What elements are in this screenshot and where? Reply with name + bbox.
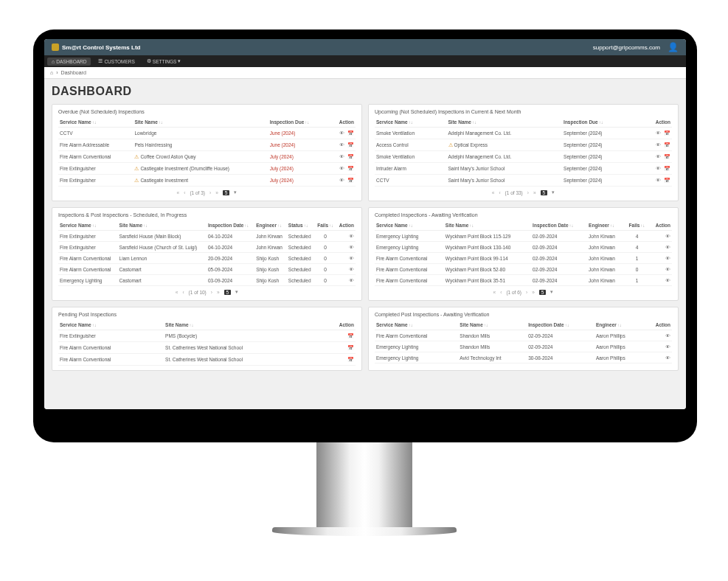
pager-last[interactable]: »	[533, 190, 536, 195]
col-date[interactable]: Inspection Date↑↓	[531, 220, 587, 231]
calendar-icon[interactable]: 📅	[347, 178, 354, 183]
col-service[interactable]: Service Name↑↓	[58, 117, 133, 128]
eye-icon[interactable]: 👁	[349, 278, 354, 283]
engineer-cell: Aaron Phillips	[594, 352, 645, 363]
col-site[interactable]: Site Name↑↓	[447, 117, 563, 128]
action-cell: 👁📅	[636, 151, 672, 163]
pager-first[interactable]: «	[176, 290, 178, 295]
eye-icon[interactable]: 👁	[339, 131, 344, 136]
table-row: Fire Extinguisher PMS (Bocycle) 📅	[58, 330, 356, 342]
eye-icon[interactable]: 👁	[656, 178, 661, 183]
pager-first[interactable]: «	[177, 190, 180, 195]
pager-size[interactable]: 5	[224, 290, 232, 295]
col-fails[interactable]: Fails↑↓	[625, 220, 649, 231]
calendar-icon[interactable]: 📅	[664, 131, 670, 136]
calendar-icon[interactable]: 📅	[347, 142, 354, 147]
eye-icon[interactable]: 👁	[656, 142, 661, 147]
pager-prev[interactable]: ‹	[182, 290, 184, 295]
pager-first[interactable]: «	[492, 190, 495, 195]
pager-next[interactable]: ›	[211, 290, 212, 295]
eye-icon[interactable]: 👁	[665, 278, 670, 283]
pager-last[interactable]: »	[215, 190, 218, 195]
calendar-icon[interactable]: 📅	[664, 178, 670, 183]
eye-icon[interactable]: 👁	[349, 234, 354, 239]
pager-prev[interactable]: ‹	[184, 190, 185, 195]
col-fails[interactable]: Fails↑↓	[315, 220, 336, 231]
nav-dashboard[interactable]: ⌂DASHBOARD	[47, 58, 91, 66]
site-cell: Adelphi Management Co. Ltd.	[447, 151, 563, 163]
eye-icon[interactable]: 👁	[656, 154, 661, 159]
eye-icon[interactable]: 👁	[665, 267, 670, 272]
pager-last[interactable]: »	[217, 290, 220, 295]
eye-icon[interactable]: 👁	[665, 234, 670, 239]
pager-size[interactable]: 5	[223, 190, 230, 195]
nav-customers[interactable]: ☰CUSTOMERS	[94, 57, 139, 66]
table-row: Smoke Ventilation Adelphi Management Co.…	[375, 128, 672, 139]
calendar-icon[interactable]: 📅	[347, 131, 354, 136]
date-cell: 02-09-2024	[531, 264, 587, 275]
engineer-cell: John Kirwan	[254, 242, 287, 253]
col-status[interactable]: Status↑↓	[287, 220, 315, 231]
calendar-icon[interactable]: 📅	[347, 357, 354, 362]
home-icon[interactable]: ⌂	[50, 70, 53, 75]
col-service[interactable]: Service Name↑↓	[375, 117, 447, 128]
eye-icon[interactable]: 👁	[349, 245, 354, 250]
calendar-icon[interactable]: 📅	[347, 333, 354, 338]
col-service[interactable]: Service Name↑↓	[58, 220, 118, 231]
company-name: Sm@rt Control Systems Ltd	[62, 44, 140, 51]
col-engineer[interactable]: Engineer↑↓	[587, 220, 625, 231]
site-cell: Saint Mary's Junior School	[447, 163, 563, 175]
pager-last[interactable]: »	[532, 290, 535, 295]
eye-icon[interactable]: 👁	[349, 267, 354, 272]
col-date[interactable]: Inspection Date↑↓	[527, 320, 594, 330]
calendar-icon[interactable]: 📅	[664, 166, 670, 171]
calendar-icon[interactable]: 📅	[664, 154, 670, 159]
pager-first[interactable]: «	[493, 290, 496, 295]
eye-icon[interactable]: 👁	[665, 245, 670, 250]
calendar-icon[interactable]: 📅	[347, 154, 354, 159]
col-due[interactable]: Inspection Due↑↓	[562, 117, 636, 128]
eye-icon[interactable]: 👁	[339, 178, 344, 183]
col-service[interactable]: Service Name↑↓	[58, 320, 164, 330]
eye-icon[interactable]: 👁	[339, 166, 344, 171]
eye-icon[interactable]: 👁	[665, 256, 670, 261]
pager-prev[interactable]: ‹	[500, 290, 502, 295]
col-site[interactable]: Site Name↑↓	[164, 320, 321, 330]
site-cell: Wyckham Point Block 52-80	[444, 264, 531, 275]
action-cell: 👁	[649, 253, 672, 264]
pager-next[interactable]: ›	[527, 190, 529, 195]
col-engineer[interactable]: Engineer↑↓	[254, 220, 287, 231]
eye-icon[interactable]: 👁	[339, 154, 344, 159]
eye-icon[interactable]: 👁	[349, 256, 354, 261]
service-cell: Fire Alarm Conventional	[58, 354, 164, 366]
eye-icon[interactable]: 👁	[656, 166, 661, 171]
due-cell: June (2024)	[268, 128, 327, 139]
pager-prev[interactable]: ‹	[499, 190, 500, 195]
pager-size[interactable]: 5	[539, 290, 547, 295]
col-service[interactable]: Service Name↑↓	[375, 320, 458, 330]
eye-icon[interactable]: 👁	[665, 355, 670, 361]
support-email[interactable]: support@gripcomms.com	[593, 44, 660, 51]
col-site[interactable]: Site Name↑↓	[458, 320, 527, 330]
eye-icon[interactable]: 👁	[339, 142, 344, 147]
col-service[interactable]: Service Name↑↓	[375, 220, 444, 231]
user-icon[interactable]: 👤	[668, 42, 679, 52]
calendar-icon[interactable]: 📅	[664, 142, 670, 147]
panel-upcoming: Upcoming (Not Scheduled) Inspections in …	[368, 104, 679, 201]
col-due[interactable]: Inspection Due↑↓	[268, 117, 327, 128]
col-site[interactable]: Site Name↑↓	[133, 117, 268, 128]
eye-icon[interactable]: 👁	[656, 131, 661, 136]
col-date[interactable]: Inspection Date↑↓	[207, 220, 254, 231]
col-site[interactable]: Site Name↑↓	[118, 220, 207, 231]
eye-icon[interactable]: 👁	[665, 333, 670, 338]
action-cell: 👁📅	[636, 128, 672, 139]
nav-settings[interactable]: ⚙SETTINGS▾	[142, 57, 186, 66]
pager-next[interactable]: ›	[526, 290, 527, 295]
calendar-icon[interactable]: 📅	[347, 166, 354, 171]
col-engineer[interactable]: Engineer↑↓	[594, 320, 645, 330]
pager-size[interactable]: 5	[541, 190, 548, 195]
pager-next[interactable]: ›	[209, 190, 211, 195]
eye-icon[interactable]: 👁	[665, 344, 670, 349]
col-site[interactable]: Site Name↑↓	[444, 220, 531, 231]
calendar-icon[interactable]: 📅	[347, 345, 354, 350]
